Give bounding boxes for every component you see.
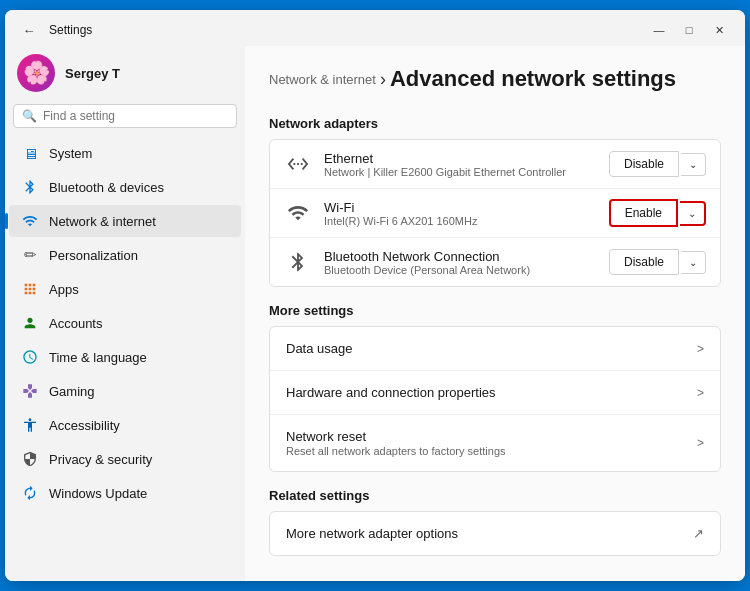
sidebar-item-accounts[interactable]: Accounts — [9, 307, 241, 339]
wifi-info: Wi-Fi Intel(R) Wi-Fi 6 AX201 160MHz — [324, 200, 597, 227]
network-reset-row[interactable]: Network reset Reset all network adapters… — [270, 415, 720, 471]
accessibility-icon — [21, 416, 39, 434]
sidebar: 🌸 Sergey T 🔍 🖥 System Bluetooth & device… — [5, 46, 245, 581]
network-reset-title: Network reset — [286, 429, 697, 444]
accounts-icon — [21, 314, 39, 332]
bluetooth-network-actions: Disable ⌄ — [609, 249, 706, 275]
related-settings-card: More network adapter options ↗ — [269, 511, 721, 556]
sidebar-item-network[interactable]: Network & internet — [9, 205, 241, 237]
sidebar-item-label: Privacy & security — [49, 452, 152, 467]
user-name: Sergey T — [65, 66, 120, 81]
personalization-icon: ✏ — [21, 246, 39, 264]
sidebar-item-label: Accessibility — [49, 418, 120, 433]
bluetooth-network-icon — [284, 248, 312, 276]
sidebar-item-gaming[interactable]: Gaming — [9, 375, 241, 407]
data-usage-text: Data usage — [286, 341, 697, 356]
maximize-button[interactable]: □ — [675, 20, 703, 40]
external-link-icon: ↗ — [693, 526, 704, 541]
breadcrumb-parent: Network & internet — [269, 72, 376, 87]
related-settings-section: Related settings More network adapter op… — [269, 488, 721, 556]
user-profile: 🌸 Sergey T — [5, 46, 245, 104]
sidebar-item-label: Apps — [49, 282, 79, 297]
hardware-props-title: Hardware and connection properties — [286, 385, 697, 400]
titlebar-left: ← Settings — [17, 18, 92, 42]
search-icon: 🔍 — [22, 109, 37, 123]
network-reset-subtitle: Reset all network adapters to factory se… — [286, 445, 697, 457]
bluetooth-network-chevron-button[interactable]: ⌄ — [681, 251, 706, 274]
window-controls: — □ ✕ — [645, 20, 733, 40]
sidebar-item-label: Bluetooth & devices — [49, 180, 164, 195]
wifi-enable-button[interactable]: Enable — [609, 199, 678, 227]
search-input[interactable] — [43, 109, 228, 123]
network-reset-chevron-icon: > — [697, 436, 704, 450]
wifi-chevron-button[interactable]: ⌄ — [680, 201, 706, 226]
page-header: Network & internet › Advanced network se… — [269, 66, 721, 96]
search-box[interactable]: 🔍 — [13, 104, 237, 128]
time-icon — [21, 348, 39, 366]
hardware-props-text: Hardware and connection properties — [286, 385, 697, 400]
network-reset-text: Network reset Reset all network adapters… — [286, 429, 697, 457]
sidebar-item-label: Time & language — [49, 350, 147, 365]
more-settings-section: More settings Data usage > Hardware and … — [269, 303, 721, 472]
breadcrumb-separator: › — [380, 69, 386, 90]
adapters-section-label: Network adapters — [269, 116, 721, 131]
adapter-row-ethernet: Ethernet Network | Killer E2600 Gigabit … — [270, 140, 720, 189]
avatar: 🌸 — [17, 54, 55, 92]
close-button[interactable]: ✕ — [705, 20, 733, 40]
sidebar-item-privacy[interactable]: Privacy & security — [9, 443, 241, 475]
ethernet-icon — [284, 150, 312, 178]
bluetooth-network-disable-button[interactable]: Disable — [609, 249, 679, 275]
sidebar-item-system[interactable]: 🖥 System — [9, 137, 241, 169]
wifi-name: Wi-Fi — [324, 200, 597, 215]
sidebar-item-update[interactable]: Windows Update — [9, 477, 241, 509]
sidebar-item-label: Accounts — [49, 316, 102, 331]
more-adapter-options-text: More network adapter options — [286, 526, 693, 541]
sidebar-item-label: Personalization — [49, 248, 138, 263]
sidebar-item-apps[interactable]: Apps — [9, 273, 241, 305]
ethernet-chevron-button[interactable]: ⌄ — [681, 153, 706, 176]
content-area: 🌸 Sergey T 🔍 🖥 System Bluetooth & device… — [5, 46, 745, 581]
bluetooth-network-info: Bluetooth Network Connection Bluetooth D… — [324, 249, 597, 276]
bluetooth-network-name: Bluetooth Network Connection — [324, 249, 597, 264]
data-usage-row[interactable]: Data usage > — [270, 327, 720, 371]
more-adapter-options-title: More network adapter options — [286, 526, 693, 541]
network-icon — [21, 212, 39, 230]
apps-icon — [21, 280, 39, 298]
sidebar-item-time[interactable]: Time & language — [9, 341, 241, 373]
sidebar-item-label: Gaming — [49, 384, 95, 399]
back-button[interactable]: ← — [17, 18, 41, 42]
more-settings-card: Data usage > Hardware and connection pro… — [269, 326, 721, 472]
titlebar: ← Settings — □ ✕ — [5, 10, 745, 46]
update-icon — [21, 484, 39, 502]
gaming-icon — [21, 382, 39, 400]
ethernet-disable-button[interactable]: Disable — [609, 151, 679, 177]
sidebar-item-bluetooth[interactable]: Bluetooth & devices — [9, 171, 241, 203]
window-title: Settings — [49, 23, 92, 37]
more-adapter-options-row[interactable]: More network adapter options ↗ — [270, 512, 720, 555]
hardware-props-chevron-icon: > — [697, 386, 704, 400]
bluetooth-network-desc: Bluetooth Device (Personal Area Network) — [324, 264, 597, 276]
sidebar-item-label: Network & internet — [49, 214, 156, 229]
ethernet-desc: Network | Killer E2600 Gigabit Ethernet … — [324, 166, 597, 178]
bluetooth-icon — [21, 178, 39, 196]
adapter-row-wifi: Wi-Fi Intel(R) Wi-Fi 6 AX201 160MHz Enab… — [270, 189, 720, 238]
ethernet-actions: Disable ⌄ — [609, 151, 706, 177]
minimize-button[interactable]: — — [645, 20, 673, 40]
adapters-card: Ethernet Network | Killer E2600 Gigabit … — [269, 139, 721, 287]
sidebar-item-accessibility[interactable]: Accessibility — [9, 409, 241, 441]
data-usage-chevron-icon: > — [697, 342, 704, 356]
hardware-props-row[interactable]: Hardware and connection properties > — [270, 371, 720, 415]
sidebar-item-label: Windows Update — [49, 486, 147, 501]
adapter-row-bluetooth-network: Bluetooth Network Connection Bluetooth D… — [270, 238, 720, 286]
sidebar-item-personalization[interactable]: ✏ Personalization — [9, 239, 241, 271]
sidebar-item-label: System — [49, 146, 92, 161]
related-settings-label: Related settings — [269, 488, 721, 503]
page-title: Advanced network settings — [390, 66, 676, 92]
settings-window: ← Settings — □ ✕ 🌸 Sergey T 🔍 🖥 — [5, 10, 745, 581]
wifi-desc: Intel(R) Wi-Fi 6 AX201 160MHz — [324, 215, 597, 227]
ethernet-info: Ethernet Network | Killer E2600 Gigabit … — [324, 151, 597, 178]
privacy-icon — [21, 450, 39, 468]
system-icon: 🖥 — [21, 144, 39, 162]
more-settings-label: More settings — [269, 303, 721, 318]
wifi-actions: Enable ⌄ — [609, 199, 706, 227]
